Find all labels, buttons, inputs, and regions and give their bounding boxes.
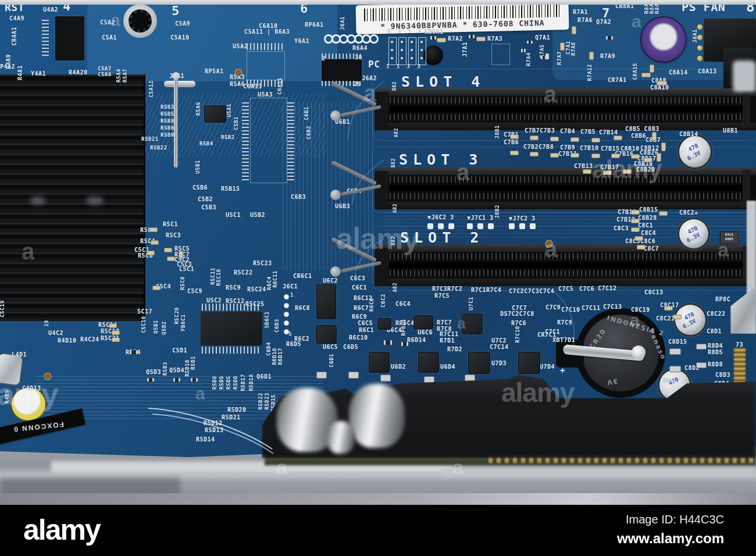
trace-lines <box>0 0 756 556</box>
alamy-footer-bar: alamy Image ID: H44C3C www.alamy.com <box>0 505 756 556</box>
motherboard-photo: * 9N6340B8PVNBA * 630-7608 CHINA <box>0 0 756 556</box>
image-id-text: Image ID: H44C3C <box>626 513 724 526</box>
alamy-url: www.alamy.com <box>617 530 724 547</box>
alamy-logo: alamy <box>23 513 100 547</box>
